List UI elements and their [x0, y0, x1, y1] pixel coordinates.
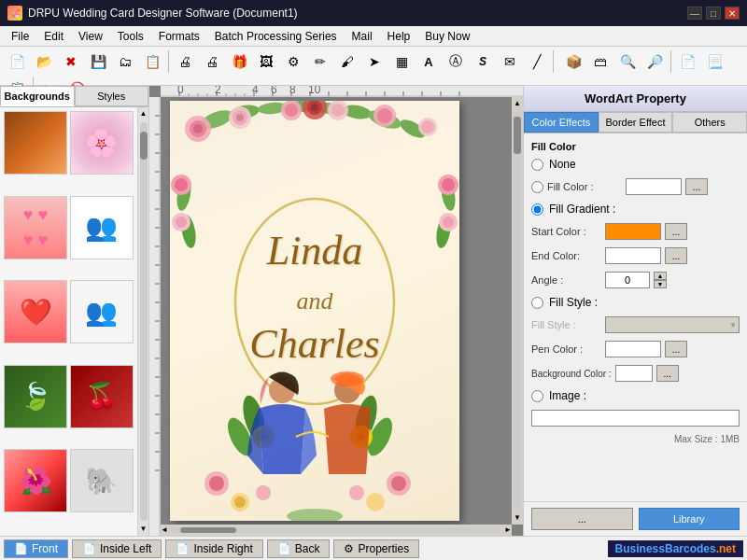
- canvas-scroll-thumb-v[interactable]: [514, 117, 521, 154]
- tab-styles[interactable]: Styles: [75, 86, 149, 106]
- menu-formats[interactable]: Formats: [151, 28, 207, 45]
- tab-inside-left[interactable]: 📄 Inside Left: [72, 539, 162, 558]
- angle-input[interactable]: [605, 272, 650, 288]
- toolbar-open[interactable]: 📂: [31, 49, 57, 75]
- canvas-horizontal-scrollbar[interactable]: ◄ ►: [161, 525, 512, 536]
- svg-point-56: [366, 106, 402, 132]
- thumb-2[interactable]: [70, 111, 134, 175]
- radio-fill-color[interactable]: [531, 181, 543, 193]
- thumb-7[interactable]: [4, 365, 67, 428]
- menu-batch[interactable]: Batch Processing Series: [207, 28, 345, 45]
- toolbar-paint[interactable]: 🖌: [334, 49, 360, 75]
- minimize-button[interactable]: —: [687, 7, 702, 20]
- tab-inside-right[interactable]: 📄 Inside Right: [165, 539, 262, 558]
- menu-mail[interactable]: Mail: [345, 28, 380, 45]
- fill-color-box[interactable]: [626, 178, 682, 195]
- thumb-3[interactable]: [4, 196, 67, 259]
- thumb-10[interactable]: [70, 449, 134, 512]
- bg-color-box[interactable]: [615, 365, 653, 382]
- radio-fill-style[interactable]: [531, 297, 543, 309]
- bg-color-btn[interactable]: ...: [656, 365, 679, 382]
- toolbar-r1[interactable]: 📦: [560, 49, 586, 75]
- menu-help[interactable]: Help: [380, 28, 418, 45]
- start-color-btn[interactable]: ...: [665, 223, 687, 240]
- tab-color-effects[interactable]: Color Effects: [524, 112, 599, 133]
- library-button[interactable]: Library: [639, 508, 740, 530]
- tab-backgrounds[interactable]: Backgrounds: [0, 86, 75, 106]
- toolbar-gift[interactable]: 🎁: [226, 49, 252, 75]
- fill-style-arrow: ▼: [729, 321, 737, 329]
- tab-border-effect[interactable]: Border Effect: [599, 112, 673, 133]
- canvas-area: 0 2 4 6 8 10: [149, 86, 523, 536]
- angle-up[interactable]: ▲: [654, 272, 667, 280]
- end-color-label: End Color:: [531, 250, 601, 261]
- canvas-scroll-down[interactable]: ▼: [512, 511, 523, 525]
- image-label: Image :: [549, 389, 586, 402]
- fill-style-select[interactable]: ▼: [605, 316, 740, 333]
- canvas-scroll-thumb-h[interactable]: [180, 527, 236, 533]
- toolbar-r4[interactable]: 🔎: [641, 49, 668, 75]
- tab-properties[interactable]: ⚙ Properties: [333, 539, 419, 558]
- toolbar-close[interactable]: ✖: [58, 49, 84, 75]
- pen-color-box[interactable]: [605, 341, 661, 357]
- toolbar-wordart[interactable]: S: [470, 49, 496, 75]
- toolbar-text[interactable]: A: [416, 49, 442, 75]
- toolbar-mail[interactable]: ✉: [497, 49, 523, 75]
- toolbar-image[interactable]: 🖼: [253, 49, 279, 75]
- card-canvas[interactable]: Linda and Charles: [170, 101, 459, 521]
- menu-view[interactable]: View: [71, 28, 110, 45]
- end-color-box[interactable]: [605, 247, 661, 264]
- tab-front[interactable]: 📄 Front: [4, 539, 68, 558]
- toolbar-r3[interactable]: 🔍: [614, 49, 641, 75]
- menu-file[interactable]: File: [4, 28, 36, 45]
- canvas-scroll-left[interactable]: ◄: [161, 525, 168, 536]
- scroll-thumb[interactable]: [140, 132, 148, 160]
- toolbar-new[interactable]: 📄: [4, 49, 30, 75]
- thumb-6[interactable]: [70, 280, 134, 343]
- canvas-vertical-scrollbar[interactable]: ▲ ▼: [512, 97, 523, 525]
- tab-others[interactable]: Others: [672, 112, 747, 133]
- radio-none[interactable]: [531, 159, 543, 171]
- thumb-8[interactable]: [70, 365, 134, 428]
- toolbar-print2[interactable]: 🖨: [199, 49, 225, 75]
- panel-scrollbar[interactable]: ▲ ▼: [137, 107, 148, 536]
- pen-color-btn[interactable]: ...: [665, 341, 687, 357]
- radio-image[interactable]: [531, 390, 543, 402]
- menu-tools[interactable]: Tools: [110, 28, 151, 45]
- toolbar-arrow[interactable]: ➤: [361, 49, 388, 75]
- fill-color-btn[interactable]: ...: [685, 178, 708, 195]
- toolbar-r2[interactable]: 🗃: [587, 49, 613, 75]
- toolbar-print[interactable]: 🖨: [172, 49, 198, 75]
- tab-inside-right-icon: 📄: [176, 542, 190, 555]
- start-color-box[interactable]: [605, 223, 661, 240]
- image-path-input[interactable]: [531, 410, 740, 427]
- radio-fill-gradient[interactable]: [531, 203, 543, 216]
- thumb-9[interactable]: [4, 449, 67, 512]
- thumb-1[interactable]: [4, 111, 67, 175]
- toolbar-save2[interactable]: 🗂: [112, 49, 138, 75]
- canvas-scroll-up[interactable]: ▲: [512, 97, 523, 110]
- menu-buynow[interactable]: Buy Now: [417, 28, 477, 45]
- menu-edit[interactable]: Edit: [36, 28, 71, 45]
- toolbar-r5[interactable]: 📄: [674, 49, 700, 75]
- canvas-scroll-track-h: [171, 527, 501, 533]
- end-color-btn[interactable]: ...: [665, 247, 687, 264]
- toolbar-barcode[interactable]: ▦: [388, 49, 415, 75]
- toolbar-pen[interactable]: ✏: [307, 49, 333, 75]
- toolbar-line[interactable]: ╱: [524, 49, 550, 75]
- toolbar-settings[interactable]: ⚙: [280, 49, 306, 75]
- close-button[interactable]: ✕: [725, 7, 740, 20]
- maximize-button[interactable]: □: [706, 7, 721, 20]
- tab-back[interactable]: 📄 Back: [267, 539, 331, 558]
- canvas-scroll-right[interactable]: ►: [504, 525, 512, 536]
- scroll-up-arrow[interactable]: ▲: [138, 107, 149, 120]
- scroll-down-arrow[interactable]: ▼: [138, 523, 149, 536]
- browse-button[interactable]: ...: [531, 508, 633, 530]
- toolbar-r6[interactable]: 📃: [701, 49, 727, 75]
- angle-down[interactable]: ▼: [654, 280, 667, 288]
- thumb-5[interactable]: [4, 280, 67, 343]
- toolbar-saveas[interactable]: 📋: [139, 49, 165, 75]
- toolbar-textshape[interactable]: Ⓐ: [443, 49, 469, 75]
- toolbar-save[interactable]: 💾: [85, 49, 111, 75]
- thumb-4[interactable]: [70, 196, 134, 259]
